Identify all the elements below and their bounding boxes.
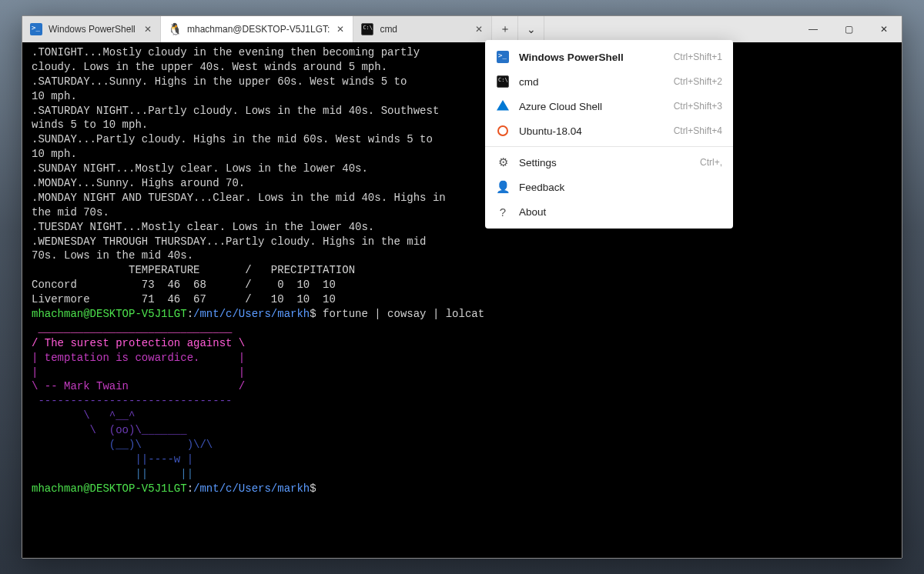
tab-powershell[interactable]: Windows PowerShell ✕ [22,16,161,42]
maximize-button[interactable]: ▢ [831,16,866,42]
powershell-icon [496,50,510,64]
close-icon[interactable]: ✕ [334,23,346,35]
cmd-icon [361,23,373,35]
feedback-icon: 👤 [496,180,510,194]
cmd-icon [496,75,510,88]
close-icon[interactable]: ✕ [142,23,154,35]
tab-strip: Windows PowerShell ✕ 🐧 mhachman@DESKTOP-… [22,16,492,42]
ubuntu-icon [496,124,510,138]
tab-title: Windows PowerShell [49,24,137,35]
new-tab-button[interactable]: ＋ [492,16,518,42]
tab-wsl[interactable]: 🐧 mhachman@DESKTOP-V5J1LGT: ✕ [161,16,353,42]
azure-icon [496,99,510,113]
gear-icon: ⚙ [496,155,510,169]
terminal-content[interactable]: .TONIGHT...Mostly cloudy in the evening … [22,42,902,558]
dropdown-item-cmd[interactable]: cmd Ctrl+Shift+2 [485,69,733,94]
powershell-icon [30,23,42,35]
dropdown-item-azure[interactable]: Azure Cloud Shell Ctrl+Shift+3 [485,94,733,118]
titlebar: Windows PowerShell ✕ 🐧 mhachman@DESKTOP-… [22,16,902,42]
dropdown-item-about[interactable]: ? About [485,199,733,224]
tab-cmd[interactable]: cmd ✕ [353,16,492,42]
dropdown-item-powershell[interactable]: Windows PowerShell Ctrl+Shift+1 [485,45,733,69]
dropdown-item-feedback[interactable]: 👤 Feedback [485,175,733,199]
dropdown-item-ubuntu[interactable]: Ubuntu-18.04 Ctrl+Shift+4 [485,118,733,143]
tux-icon: 🐧 [169,23,181,35]
close-window-button[interactable]: ✕ [866,16,902,42]
terminal-window: Windows PowerShell ✕ 🐧 mhachman@DESKTOP-… [22,15,902,559]
minimize-button[interactable]: — [795,16,831,42]
question-icon: ? [496,205,510,219]
window-controls: — ▢ ✕ [795,16,902,42]
tab-title: mhachman@DESKTOP-V5J1LGT: [187,24,330,35]
tab-dropdown-button[interactable]: ⌄ [518,16,544,42]
tab-title: cmd [380,24,468,35]
dropdown-item-settings[interactable]: ⚙ Settings Ctrl+, [485,150,733,175]
new-tab-dropdown: Windows PowerShell Ctrl+Shift+1 cmd Ctrl… [485,40,733,229]
close-icon[interactable]: ✕ [473,23,485,35]
